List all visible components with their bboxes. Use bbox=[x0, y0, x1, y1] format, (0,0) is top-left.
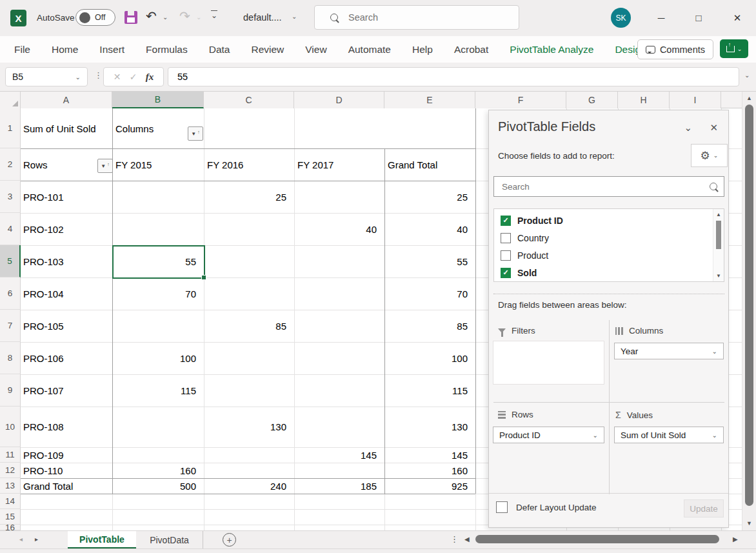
total-cell[interactable]: 160 bbox=[386, 463, 470, 478]
tab-nav-prev-icon[interactable]: ◂ bbox=[19, 536, 23, 543]
pivot-colheader-grand-total[interactable]: Grand Total bbox=[386, 148, 470, 181]
column-header-d[interactable]: D bbox=[294, 92, 384, 108]
checkbox-icon[interactable] bbox=[501, 233, 511, 243]
column-header-h[interactable]: H bbox=[618, 92, 670, 108]
filters-drop-zone[interactable] bbox=[493, 341, 604, 385]
column-header-c[interactable]: C bbox=[204, 92, 294, 108]
tab-help[interactable]: Help bbox=[412, 44, 433, 55]
checkbox-checked-icon[interactable]: ✓ bbox=[501, 268, 511, 278]
column-header-b[interactable]: B bbox=[112, 92, 204, 108]
tab-automate[interactable]: Automate bbox=[348, 44, 391, 55]
row-label-cell[interactable]: PRO-101 bbox=[21, 181, 111, 213]
value-cell[interactable] bbox=[114, 181, 199, 213]
total-cell[interactable]: 70 bbox=[386, 277, 470, 310]
tab-review[interactable]: Review bbox=[251, 44, 284, 55]
tab-acrobat[interactable]: Acrobat bbox=[454, 44, 488, 55]
value-cell[interactable]: 130 bbox=[205, 407, 289, 447]
field-item-country[interactable]: Country bbox=[501, 229, 549, 246]
total-cell[interactable]: 925 bbox=[386, 478, 470, 494]
value-cell[interactable] bbox=[295, 277, 379, 310]
field-item-sold[interactable]: ✓ Sold bbox=[501, 264, 537, 281]
value-cell[interactable] bbox=[295, 245, 379, 277]
active-cell-selection[interactable] bbox=[112, 245, 205, 279]
value-cell[interactable] bbox=[205, 342, 289, 374]
workbook-name[interactable]: default.... bbox=[243, 12, 282, 23]
field-list-scrollbar[interactable]: ▲ ▼ bbox=[713, 209, 724, 281]
column-header-e[interactable]: E bbox=[384, 92, 475, 108]
select-all-corner[interactable] bbox=[0, 92, 21, 108]
formula-input[interactable]: 55 bbox=[168, 67, 739, 86]
app-search-input[interactable] bbox=[347, 12, 504, 23]
total-cell[interactable]: 100 bbox=[386, 342, 470, 374]
value-cell[interactable] bbox=[205, 447, 289, 463]
tabbar-splitter[interactable]: ⋮ bbox=[450, 534, 459, 544]
row-label-cell[interactable]: PRO-106 bbox=[21, 342, 111, 374]
hscroll-left-icon[interactable]: ◀ bbox=[464, 536, 470, 543]
value-cell[interactable] bbox=[114, 310, 199, 342]
minimize-button[interactable]: ─ bbox=[653, 12, 670, 23]
value-cell[interactable] bbox=[295, 374, 379, 407]
row-label-cell[interactable]: PRO-105 bbox=[21, 310, 111, 342]
field-item-product[interactable]: Product bbox=[501, 246, 548, 264]
checkbox-checked-icon[interactable]: ✓ bbox=[501, 216, 511, 226]
value-cell[interactable] bbox=[295, 342, 379, 374]
value-cell[interactable]: 40 bbox=[295, 213, 379, 245]
pivot-colheader-fy2015[interactable]: FY 2015 bbox=[114, 148, 199, 181]
tab-formulas[interactable]: Formulas bbox=[146, 44, 188, 55]
value-cell[interactable]: 160 bbox=[114, 463, 199, 478]
value-cell[interactable]: 100 bbox=[114, 342, 199, 374]
value-cell[interactable] bbox=[114, 407, 199, 447]
column-header-g[interactable]: G bbox=[566, 92, 618, 108]
save-button[interactable] bbox=[124, 11, 137, 24]
value-cell[interactable]: 25 bbox=[205, 181, 289, 213]
total-cell[interactable]: 55 bbox=[386, 245, 470, 277]
row-label-cell[interactable]: PRO-110 bbox=[21, 463, 111, 478]
update-button[interactable]: Update bbox=[684, 499, 724, 518]
pivot-value-title-cell[interactable]: Sum of Unit Sold bbox=[21, 108, 111, 148]
tab-home[interactable]: Home bbox=[52, 44, 78, 55]
total-cell[interactable]: 115 bbox=[386, 374, 470, 407]
column-header-i[interactable]: I bbox=[670, 92, 721, 108]
horizontal-scroll-thumb[interactable] bbox=[475, 535, 719, 543]
value-cell[interactable]: 185 bbox=[295, 478, 379, 494]
scroll-down-icon[interactable]: ▼ bbox=[746, 520, 752, 527]
row-header-16[interactable]: 16 bbox=[0, 525, 21, 530]
total-cell[interactable]: 130 bbox=[386, 407, 470, 447]
value-cell[interactable] bbox=[205, 245, 289, 277]
value-cell[interactable]: 145 bbox=[295, 447, 379, 463]
value-cell[interactable]: 240 bbox=[205, 478, 289, 494]
value-cell[interactable]: 115 bbox=[114, 374, 199, 407]
tools-gear-button[interactable]: ⚙ ⌄ bbox=[691, 144, 728, 167]
rows-field-product-id[interactable]: Product ID ⌄ bbox=[493, 427, 604, 443]
autosave-toggle[interactable]: Off bbox=[75, 9, 115, 26]
scroll-thumb[interactable] bbox=[716, 221, 721, 249]
pane-collapse-icon[interactable]: ⌄ bbox=[684, 122, 692, 134]
value-cell[interactable] bbox=[295, 463, 379, 478]
checkbox-icon[interactable] bbox=[501, 250, 511, 261]
scroll-up-icon[interactable]: ▲ bbox=[716, 212, 721, 217]
value-cell[interactable] bbox=[205, 277, 289, 310]
value-cell[interactable] bbox=[295, 181, 379, 213]
row-label-cell[interactable]: PRO-104 bbox=[21, 277, 111, 310]
formula-bar-splitter[interactable]: ⋮ bbox=[94, 70, 103, 80]
sheet-tab-pivottable[interactable]: PivotTable bbox=[68, 531, 136, 548]
add-sheet-button[interactable]: + bbox=[223, 533, 236, 547]
row-label-cell[interactable]: PRO-108 bbox=[21, 407, 111, 447]
columns-filter-dropdown[interactable]: ▼↑ bbox=[188, 126, 203, 141]
value-cell[interactable] bbox=[295, 407, 379, 447]
maximize-button[interactable]: □ bbox=[690, 12, 707, 23]
row-header-14[interactable]: 14 bbox=[0, 494, 21, 509]
insert-function-icon[interactable]: fx bbox=[146, 72, 154, 83]
pane-close-icon[interactable]: ✕ bbox=[710, 122, 718, 134]
value-cell[interactable]: 85 bbox=[205, 310, 289, 342]
total-cell[interactable]: 145 bbox=[386, 447, 470, 463]
value-cell[interactable]: 500 bbox=[114, 478, 199, 494]
defer-checkbox[interactable] bbox=[496, 501, 508, 513]
undo-button[interactable]: ↶ bbox=[146, 8, 157, 24]
name-box[interactable]: B5 ⌄ bbox=[5, 67, 88, 86]
total-cell[interactable]: 40 bbox=[386, 213, 470, 245]
cancel-entry-icon[interactable]: ✕ bbox=[114, 72, 121, 82]
vertical-scrollbar[interactable]: ▲ ▼ bbox=[742, 92, 756, 536]
value-cell[interactable] bbox=[205, 374, 289, 407]
value-cell[interactable] bbox=[114, 447, 199, 463]
